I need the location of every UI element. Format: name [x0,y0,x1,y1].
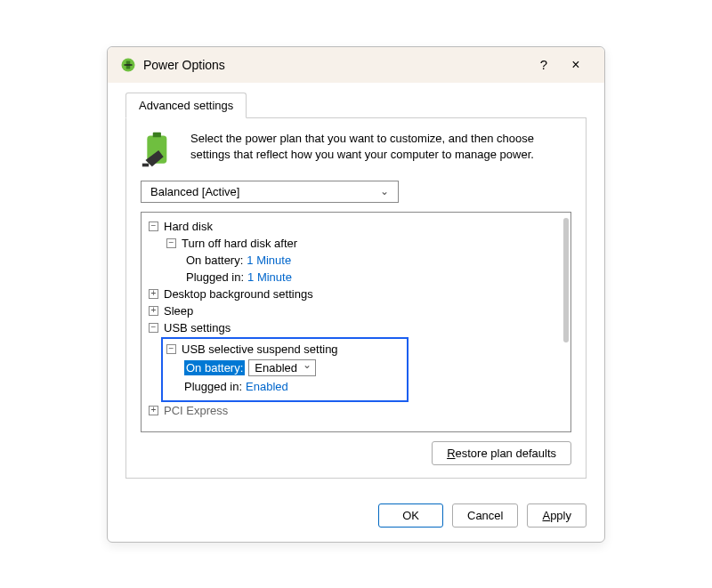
leaf-label-selected: On battery: [184,360,245,375]
expand-icon[interactable]: + [149,289,158,299]
battery-plug-icon [141,131,180,170]
scrollbar-thumb[interactable] [563,218,569,342]
tree-label[interactable]: Turn off hard disk after [182,237,297,250]
tree-node-hard-disk: − Hard disk [149,218,567,235]
tab-advanced-settings[interactable]: Advanced settings [125,93,247,118]
tree-node-desktop-bg: + Desktop background settings [149,286,567,302]
collapse-icon[interactable]: − [166,238,176,248]
tree-node-usb-selective-suspend: − USB selective suspend setting [166,341,403,358]
intro-text: Select the power plan that you want to c… [190,131,571,170]
tree-leaf-usb-on-battery: On battery: Enabled [166,358,403,378]
expand-icon[interactable]: + [149,306,158,316]
collapse-icon[interactable]: − [149,323,158,333]
svg-rect-4 [153,132,161,137]
tree-label[interactable]: USB settings [164,321,231,334]
ok-button[interactable]: OK [378,503,443,528]
tab-body: Select the power plan that you want to c… [125,118,587,479]
tree-node-turn-off-hard-disk-after: − Turn off hard disk after [149,235,567,252]
tree-leaf-harddisk-plugged-in: Plugged in: 1 Minute [149,269,567,286]
close-button[interactable]: × [560,52,592,77]
svg-rect-2 [125,64,133,66]
leaf-label: Plugged in: [186,270,244,284]
window-title: Power Options [143,58,528,72]
tree-label[interactable]: USB selective suspend setting [182,342,338,356]
plan-select-value: Balanced [Active] [150,185,239,198]
usb-on-battery-select[interactable]: Enabled [248,359,316,376]
power-plan-select[interactable]: Balanced [Active] ⌄ [141,181,399,203]
tree-leaf-usb-plugged-in: Plugged in: Enabled [166,378,403,395]
chevron-down-icon: ⌄ [380,185,389,197]
tree-node-sleep: + Sleep [149,302,567,319]
restore-row: Restore plan defaults [141,441,571,465]
leaf-value[interactable]: Enabled [246,380,288,393]
cancel-button[interactable]: Cancel [452,503,518,528]
apply-button[interactable]: Apply [527,503,587,528]
tree-node-usb-settings: − USB settings [149,319,567,336]
leaf-value[interactable]: 1 Minute [247,254,291,267]
svg-rect-5 [142,163,149,166]
tree-leaf-harddisk-on-battery: On battery: 1 Minute [149,252,567,269]
tree-label[interactable]: Desktop background settings [164,287,313,301]
collapse-icon[interactable]: − [166,344,176,354]
help-button[interactable]: ? [528,52,560,77]
leaf-value[interactable]: 1 Minute [247,270,292,284]
titlebar: Power Options ? × [108,47,604,83]
restore-plan-defaults-button[interactable]: Restore plan defaults [432,441,571,465]
intro-row: Select the power plan that you want to c… [141,131,571,170]
restore-label-rest: estore plan defaults [456,447,556,460]
leaf-label: On battery: [186,254,243,267]
dialog-content: Advanced settings Select the power plan … [108,83,604,493]
settings-tree: − Hard disk − Turn off hard disk after O… [141,212,571,432]
tree-label[interactable]: Hard disk [164,220,213,233]
tree-label[interactable]: PCI Express [164,404,228,417]
leaf-label: Plugged in: [184,380,242,393]
collapse-icon[interactable]: − [149,222,158,231]
battery-power-icon [120,57,136,73]
power-options-dialog: Power Options ? × Advanced settings Sele… [107,46,605,543]
tree-node-pci-express: + PCI Express [149,402,567,419]
tree-label[interactable]: Sleep [164,304,193,318]
annotation-highlight: − USB selective suspend setting On batte… [161,337,409,402]
tab-strip: Advanced settings [125,92,587,118]
expand-icon[interactable]: + [149,406,158,415]
dialog-buttons: OK Cancel Apply [108,493,604,542]
